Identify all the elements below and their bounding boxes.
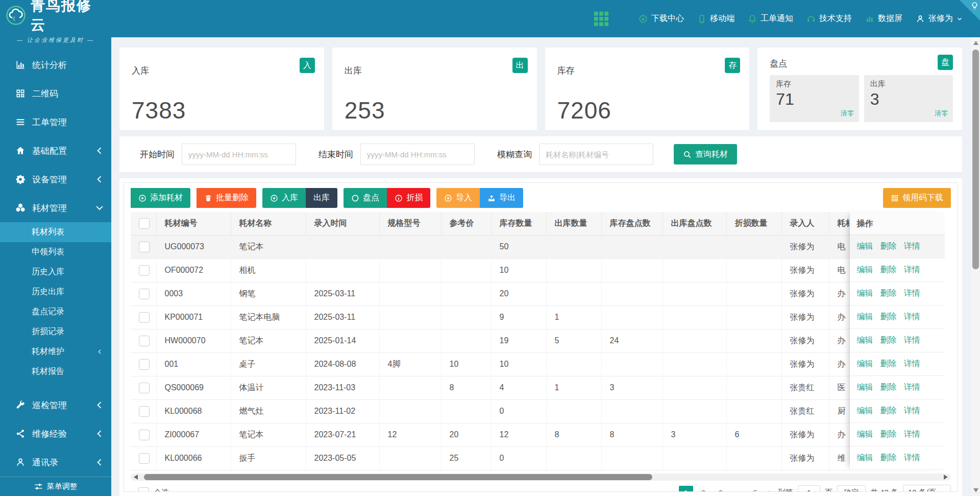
sidebar-subitem-history-outbound[interactable]: 历史出库 xyxy=(0,282,111,302)
scroll-up-arrow[interactable] xyxy=(973,41,978,45)
row-action-edit[interactable]: 编辑 xyxy=(857,382,873,393)
sidebar-item-contacts[interactable]: 通讯录 xyxy=(0,448,111,477)
topnav-tech-support[interactable]: 技术支持 xyxy=(806,13,852,24)
page-number-3[interactable]: 3 xyxy=(714,486,728,492)
page-number-1[interactable]: 1 xyxy=(679,486,693,492)
sidebar-item-work-order-management[interactable]: 工单管理 xyxy=(0,108,111,136)
row-action-delete[interactable]: 删除 xyxy=(880,335,897,346)
row-action-edit[interactable]: 编辑 xyxy=(857,288,873,299)
row-action-delete[interactable]: 删除 xyxy=(880,382,897,393)
row-action-delete[interactable]: 删除 xyxy=(880,453,897,463)
confirm-button[interactable]: 确定 xyxy=(837,485,866,492)
row-checkbox[interactable] xyxy=(139,383,150,393)
stocktake-button[interactable]: 盘点 xyxy=(344,188,387,208)
sidebar-item-device-management[interactable]: 设备管理 xyxy=(0,165,111,194)
row-checkbox[interactable] xyxy=(139,242,150,252)
row-checkbox[interactable] xyxy=(139,265,150,276)
export-button[interactable]: 导出 xyxy=(480,188,523,208)
header-checkbox[interactable] xyxy=(139,218,150,229)
scroll-down-arrow[interactable] xyxy=(973,488,978,492)
sidebar-subitem-consumable-list[interactable]: 耗材列表 xyxy=(0,222,111,242)
scroll-right-arrow[interactable] xyxy=(944,475,948,480)
horizontal-scroll-thumb[interactable] xyxy=(144,474,652,480)
scroll-left-arrow[interactable] xyxy=(134,475,138,480)
requisition-code-download-button[interactable]: 领用码下载 xyxy=(883,188,951,208)
row-action-detail[interactable]: 详情 xyxy=(904,453,920,463)
apps-grid-icon[interactable] xyxy=(593,10,610,28)
sidebar-item-statistics-analysis[interactable]: 统计分析 xyxy=(0,51,111,79)
batch-delete-button[interactable]: 批量删除 xyxy=(197,188,256,208)
row-action-delete[interactable]: 删除 xyxy=(880,265,897,275)
topnav-download-center[interactable]: 下载中心 xyxy=(639,13,684,24)
prev-page-button[interactable]: ‹ xyxy=(668,486,674,492)
row-action-delete[interactable]: 删除 xyxy=(880,429,897,440)
row-action-edit[interactable]: 编辑 xyxy=(857,429,873,440)
row-action-detail[interactable]: 详情 xyxy=(904,429,920,440)
sidebar-subitem-consumable-report[interactable]: 耗材报告 xyxy=(0,362,111,382)
row-checkbox[interactable] xyxy=(139,453,150,464)
sidebar-item-repair-experience[interactable]: 维修经验 xyxy=(0,419,111,448)
page-number-5[interactable]: 5 xyxy=(748,486,763,492)
row-action-detail[interactable]: 详情 xyxy=(904,288,920,299)
row-action-edit[interactable]: 编辑 xyxy=(857,265,873,275)
row-action-edit[interactable]: 编辑 xyxy=(857,335,873,346)
search-consumables-button[interactable]: 查询耗材 xyxy=(674,144,737,164)
row-action-delete[interactable]: 删除 xyxy=(880,241,897,252)
user-menu[interactable]: 张修为 xyxy=(916,13,963,24)
row-action-detail[interactable]: 详情 xyxy=(904,265,920,275)
horizontal-scrollbar[interactable] xyxy=(131,474,951,481)
row-action-detail[interactable]: 详情 xyxy=(904,382,920,393)
row-action-detail[interactable]: 详情 xyxy=(904,359,920,369)
filter-input-start-time[interactable] xyxy=(182,144,296,165)
page-number-2[interactable]: 2 xyxy=(696,486,710,492)
sidebar-subitem-history-inbound[interactable]: 历史入库 xyxy=(0,262,111,282)
page-size-select[interactable]: 10 条/页 xyxy=(903,485,951,492)
row-action-delete[interactable]: 删除 xyxy=(880,288,897,299)
clear-stock-link[interactable]: 清零 xyxy=(841,109,854,118)
outbound-button[interactable]: 出库 xyxy=(306,188,337,208)
row-checkbox[interactable] xyxy=(139,289,150,299)
vertical-scrollbar[interactable] xyxy=(971,37,980,496)
row-checkbox[interactable] xyxy=(139,406,150,417)
sidebar-subitem-consumable-maintenance[interactable]: 耗材维护 xyxy=(0,342,111,362)
sidebar-item-consumable-management[interactable]: 耗材管理 xyxy=(0,194,111,222)
row-checkbox[interactable] xyxy=(139,312,150,323)
row-checkbox[interactable] xyxy=(139,336,150,346)
row-action-edit[interactable]: 编辑 xyxy=(857,359,873,369)
next-page-button[interactable]: › xyxy=(767,486,773,492)
row-checkbox[interactable] xyxy=(139,430,150,440)
goto-page-input[interactable] xyxy=(798,485,820,492)
vertical-scroll-thumb[interactable] xyxy=(972,50,979,269)
row-action-detail[interactable]: 详情 xyxy=(904,312,920,322)
row-action-edit[interactable]: 编辑 xyxy=(857,453,873,463)
loss-button[interactable]: 折损 xyxy=(387,188,430,208)
row-checkbox[interactable] xyxy=(139,359,150,370)
row-action-edit[interactable]: 编辑 xyxy=(857,241,873,252)
select-all-checkbox[interactable] xyxy=(138,487,149,492)
sidebar-subitem-requisition-list[interactable]: 申领列表 xyxy=(0,242,111,262)
filter-input-end-time[interactable] xyxy=(360,144,475,165)
corner-feedback-widget[interactable] xyxy=(960,0,980,20)
sidebar-item-qr-code[interactable]: 二维码 xyxy=(0,79,111,108)
clear-outbound-link[interactable]: 清零 xyxy=(935,109,948,118)
sidebar-subitem-stocktake-records[interactable]: 盘点记录 xyxy=(0,302,111,322)
menu-adjust-button[interactable]: 菜单调整 xyxy=(0,477,111,496)
topnav-data-screen[interactable]: 数据屏 xyxy=(865,13,902,24)
filter-input-fuzzy-query[interactable] xyxy=(539,144,653,165)
sidebar-subitem-loss-records[interactable]: 折损记录 xyxy=(0,322,111,342)
sidebar-item-inspection-management[interactable]: 巡检管理 xyxy=(0,391,111,419)
topnav-mobile-app[interactable]: 移动端 xyxy=(697,13,734,24)
row-action-delete[interactable]: 删除 xyxy=(880,312,897,322)
inbound-button[interactable]: 入库 xyxy=(262,188,306,208)
sidebar-item-basic-configuration[interactable]: 基础配置 xyxy=(0,136,111,165)
row-action-delete[interactable]: 删除 xyxy=(880,359,897,369)
import-button[interactable]: 导入 xyxy=(436,188,480,208)
row-action-detail[interactable]: 详情 xyxy=(904,335,920,346)
row-action-detail[interactable]: 详情 xyxy=(904,241,920,252)
add-consumable-button[interactable]: 添加耗材 xyxy=(131,188,190,208)
row-action-detail[interactable]: 详情 xyxy=(904,406,920,416)
row-action-edit[interactable]: 编辑 xyxy=(857,312,873,322)
topnav-work-order-notice[interactable]: 工单通知 xyxy=(748,13,793,24)
row-action-edit[interactable]: 编辑 xyxy=(857,406,873,416)
row-action-delete[interactable]: 删除 xyxy=(880,406,897,416)
